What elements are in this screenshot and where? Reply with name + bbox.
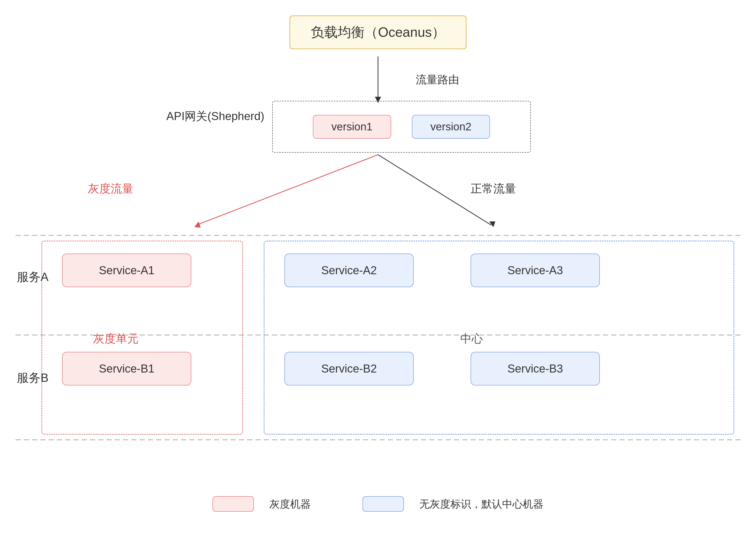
legend-center-label: 无灰度标识，默认中心机器 <box>419 497 544 511</box>
diagram-container: 负载均衡（Oceanus） 流量路由 API网关(Shepherd) versi… <box>0 0 756 535</box>
gray-traffic-label: 灰度流量 <box>88 181 133 196</box>
center-unit-label: 中心 <box>460 331 483 347</box>
apigw-dotted-box: version1 version2 <box>272 101 531 153</box>
flow-label: 流量路由 <box>416 72 459 87</box>
service-a-label: 服务A <box>17 269 49 285</box>
service-b1-box: Service-B1 <box>62 352 191 385</box>
lb-label: 负载均衡（Oceanus） <box>311 25 445 40</box>
service-b-label: 服务B <box>17 370 49 386</box>
normal-traffic-label: 正常流量 <box>471 181 516 196</box>
legend-box-blue <box>363 496 404 512</box>
lb-box: 负载均衡（Oceanus） <box>289 15 467 49</box>
svg-marker-3 <box>194 221 201 228</box>
service-a3-box: Service-A3 <box>471 254 600 287</box>
service-a2-box: Service-A2 <box>284 254 414 287</box>
service-b2-box: Service-B2 <box>284 352 414 385</box>
service-a1-box: Service-A1 <box>62 254 191 287</box>
service-b3-box: Service-B3 <box>471 352 600 385</box>
legend-box-red <box>212 496 254 512</box>
gray-unit-label: 灰度单元 <box>93 331 139 347</box>
svg-marker-5 <box>489 221 495 227</box>
legend-container: 灰度机器 无灰度标识，默认中心机器 <box>212 496 544 512</box>
legend-gray-label: 灰度机器 <box>269 497 311 511</box>
apigw-label: API网关(Shepherd) <box>166 109 264 124</box>
svg-line-2 <box>197 155 378 225</box>
version1-box: version1 <box>313 115 391 139</box>
version2-box: version2 <box>412 115 490 139</box>
